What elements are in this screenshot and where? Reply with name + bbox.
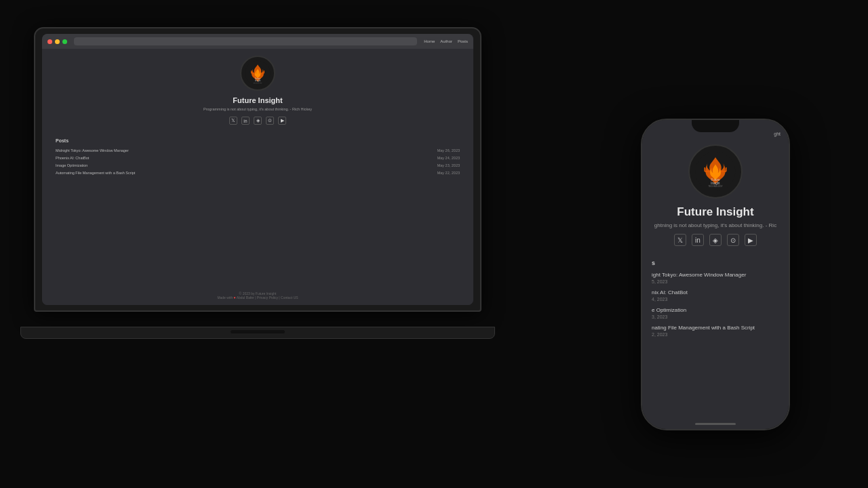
phone-logo: Future Insight TECHNOLOGY — [688, 144, 743, 199]
phone-post-title[interactable]: nix AI: ChatBot — [652, 289, 779, 296]
phone-post-date: 4, 2023 — [652, 297, 779, 302]
phone-posts-section: s ight Tokyo: Awesome Window Manager 5, … — [642, 260, 789, 342]
phone-site-subtitle: ghtning is not about typing, it's about … — [652, 222, 779, 228]
phone-mockup: ght Future Insight TECHNOLOGY — [641, 119, 790, 430]
phone-post-title[interactable]: nating File Management with a Bash Scrip… — [652, 325, 779, 331]
youtube-icon[interactable]: ▶ — [745, 234, 757, 246]
phone-social-icons: 𝕏 in ◈ ⊙ ▶ — [674, 234, 757, 246]
site-logo: Future Insight TECHNOLOGY — [240, 56, 275, 91]
post-title[interactable]: Automating File Management with a Bash S… — [56, 171, 135, 175]
list-item: nix AI: ChatBot 4, 2023 — [652, 289, 779, 302]
list-item: e Optimization 3, 2023 — [652, 307, 779, 319]
phone-post-title[interactable]: ight Tokyo: Awesome Window Manager — [652, 272, 779, 278]
table-row: Midnight Tokyo: Awesome Window Manager M… — [56, 148, 460, 152]
svg-text:TECHNOLOGY: TECHNOLOGY — [253, 82, 262, 83]
posts-heading-laptop: Posts — [56, 138, 460, 143]
post-title[interactable]: Midnight Tokyo: Awesome Window Manager — [56, 148, 129, 152]
github-icon[interactable]: ⊙ — [266, 117, 274, 125]
phone-site-title: Future Insight — [677, 205, 753, 219]
site-subtitle-laptop: Programming is not about typing, it's ab… — [203, 107, 312, 111]
table-row: Phoenix AI: ChatBot May 24, 2023 — [56, 156, 460, 160]
laptop-lid: Home Author Posts — [34, 27, 481, 312]
laptop-screen: Home Author Posts — [42, 34, 473, 305]
svg-text:TECHNOLOGY: TECHNOLOGY — [708, 185, 722, 188]
twitter-icon[interactable]: 𝕏 — [674, 234, 686, 246]
posts-nav-item[interactable]: Posts — [458, 39, 468, 43]
site-title-laptop: Future Insight — [233, 96, 282, 104]
author-nav-item[interactable]: Author — [440, 39, 452, 43]
website-content: Future Insight TECHNOLOGY Future Insight… — [42, 49, 473, 305]
browser-toolbar: Home Author Posts — [42, 34, 473, 49]
minimize-button[interactable] — [55, 39, 60, 44]
home-nav-item[interactable]: Home — [424, 39, 435, 43]
post-title[interactable]: Image Optimization — [56, 163, 87, 167]
phone-post-date: 5, 2023 — [652, 279, 779, 284]
table-row: Automating File Management with a Bash S… — [56, 171, 460, 175]
posts-section-laptop: Posts Midnight Tokyo: Awesome Window Man… — [42, 138, 473, 178]
phone-hero: Future Insight TECHNOLOGY Future Insight… — [642, 139, 789, 260]
heart-icon: ♥ — [234, 296, 236, 300]
table-row: Image Optimization May 23, 2023 — [56, 163, 460, 167]
svg-text:Future: Future — [711, 178, 720, 182]
laptop-mockup: Home Author Posts — [34, 27, 481, 339]
post-date: May 24, 2023 — [437, 156, 460, 160]
phone-posts-heading: s — [652, 260, 779, 266]
youtube-icon[interactable]: ▶ — [278, 117, 286, 125]
linkedin-icon[interactable]: in — [692, 234, 704, 246]
phone-post-title[interactable]: e Optimization — [652, 307, 779, 313]
twitter-icon[interactable]: 𝕏 — [229, 117, 237, 125]
post-date: May 26, 2023 — [437, 148, 460, 152]
phone-body: ght Future Insight TECHNOLOGY — [641, 119, 790, 430]
phone-notch — [692, 120, 739, 132]
github-icon[interactable]: ⊙ — [727, 234, 739, 246]
svg-text:Insight: Insight — [711, 182, 720, 185]
dev-icon[interactable]: ◈ — [254, 117, 262, 125]
post-title[interactable]: Phoenix AI: ChatBot — [56, 156, 89, 160]
browser-window: Home Author Posts — [42, 34, 473, 305]
maximize-button[interactable] — [62, 39, 67, 44]
address-bar[interactable] — [74, 37, 417, 45]
phone-screen: ght Future Insight TECHNOLOGY — [642, 120, 789, 429]
phone-nav-text: ght — [774, 131, 781, 136]
linkedin-icon[interactable]: in — [241, 117, 250, 125]
phone-post-date: 3, 2023 — [652, 314, 779, 319]
list-item: ight Tokyo: Awesome Window Manager 5, 20… — [652, 272, 779, 284]
phone-home-bar — [695, 423, 736, 425]
laptop-base — [20, 327, 495, 339]
site-footer-laptop: © 2023 by Future Insight Made with ♥ Abd… — [42, 286, 473, 305]
footer-made-with: Made with ♥ Abdul Bafer | Privacy Policy… — [47, 296, 468, 300]
social-icons-laptop: 𝕏 in ◈ ⊙ ▶ — [229, 117, 286, 125]
dev-icon[interactable]: ◈ — [709, 234, 722, 246]
post-date: May 23, 2023 — [437, 163, 460, 167]
phone-post-date: 2, 2023 — [652, 332, 779, 337]
list-item: nating File Management with a Bash Scrip… — [652, 325, 779, 337]
post-date: May 22, 2023 — [437, 171, 460, 175]
site-hero: Future Insight TECHNOLOGY Future Insight… — [42, 49, 473, 138]
close-button[interactable] — [47, 39, 52, 44]
browser-nav-icons: Home Author Posts — [424, 39, 468, 43]
